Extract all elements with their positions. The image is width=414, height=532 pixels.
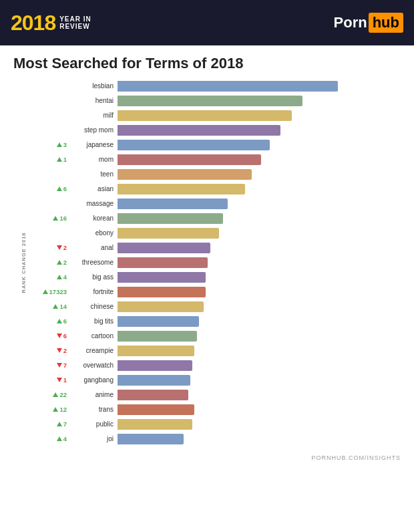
bar-area <box>118 314 401 328</box>
bar-row: 22anime <box>28 388 401 402</box>
rank-number: 14 <box>59 303 67 310</box>
triangle-down-icon <box>57 334 62 338</box>
bar <box>118 301 204 312</box>
triangle-up-icon <box>53 216 58 221</box>
bar <box>118 419 192 430</box>
bar-area <box>118 299 401 313</box>
triangle-down-icon <box>57 348 62 353</box>
term-label: anal <box>69 244 118 251</box>
triangle-up-icon <box>57 186 62 191</box>
bar-row: 1mom <box>28 152 401 166</box>
bar-area <box>118 432 401 446</box>
term-label: ebony <box>69 229 118 237</box>
bar-area <box>118 417 401 431</box>
rank-change-cell: 1 <box>28 376 69 384</box>
term-label: big ass <box>69 273 118 281</box>
rank-change-cell: 1 <box>28 156 69 163</box>
bar-row: 6cartoon <box>28 329 401 343</box>
rank-number: 2 <box>63 244 67 251</box>
rank-number: 1 <box>63 156 67 163</box>
bar <box>118 110 292 121</box>
triangle-up-icon <box>57 275 62 279</box>
rank-change-cell: 22 <box>28 391 69 398</box>
triangle-down-icon <box>57 245 62 250</box>
year-text: 2018 <box>11 11 55 35</box>
triangle-up-icon <box>57 436 62 441</box>
bar-area <box>118 79 401 93</box>
bar <box>118 81 338 92</box>
rank-number: 7 <box>63 362 67 369</box>
bar-area <box>118 270 401 284</box>
bar-row: lesbian <box>28 79 401 93</box>
rank-change-cell: 2 <box>28 347 69 354</box>
bar-area <box>118 329 401 343</box>
bar-area <box>118 344 401 358</box>
content: Most Searched for Terms of 2018 RANK CHA… <box>0 45 414 452</box>
term-label: lesbian <box>69 82 118 90</box>
bar-area <box>118 358 401 372</box>
term-label: mom <box>69 156 118 163</box>
term-label: gangbang <box>69 376 118 384</box>
term-label: massage <box>69 200 118 207</box>
rank-change-cell: 12 <box>28 406 69 413</box>
rank-change-cell: 7 <box>28 420 69 428</box>
rank-change-cell: 6 <box>28 185 69 192</box>
term-label: japanese <box>69 141 118 148</box>
rank-number: 3 <box>63 141 67 148</box>
rank-number: 2 <box>63 259 67 266</box>
rank-change-cell: 17323 <box>28 288 69 295</box>
bar-area <box>118 255 401 269</box>
footer: PORNHUB.COM/INSIGHTS <box>0 452 414 464</box>
term-label: step mom <box>69 126 118 134</box>
rank-change-cell: 14 <box>28 303 69 310</box>
bar-row: 7public <box>28 417 401 431</box>
triangle-up-icon <box>43 289 48 294</box>
rank-number: 22 <box>59 391 67 398</box>
year-sub-line1: YEAR IN <box>59 15 91 23</box>
rank-number: 7 <box>63 420 67 428</box>
bar <box>118 184 245 194</box>
bar-row: hentai <box>28 94 401 108</box>
rank-number: 1 <box>63 376 67 384</box>
bar <box>118 125 280 136</box>
page-title: Most Searched for Terms of 2018 <box>13 55 401 72</box>
term-label: overwatch <box>69 362 118 369</box>
triangle-up-icon <box>57 142 62 147</box>
triangle-up-icon <box>57 157 62 162</box>
bar-row: milf <box>28 108 401 122</box>
bar-area <box>118 182 401 196</box>
axis-label: RANK CHANGE 2018 <box>21 232 27 293</box>
triangle-down-icon <box>57 363 62 368</box>
rank-number: 2 <box>63 347 67 354</box>
term-label: fortnite <box>69 288 118 295</box>
bar-row: 2anal <box>28 241 401 255</box>
bar-row: 6big tits <box>28 314 401 328</box>
rank-change-cell: 7 <box>28 362 69 369</box>
bar-area <box>118 373 401 387</box>
triangle-up-icon <box>53 304 58 309</box>
bar-area <box>118 152 401 166</box>
term-label: creampie <box>69 347 118 354</box>
bar-area <box>118 402 401 416</box>
bar <box>118 257 208 268</box>
bar <box>118 228 219 239</box>
bar <box>118 331 197 342</box>
bar-row: 17323fortnite <box>28 285 401 299</box>
bar <box>118 140 270 150</box>
year-badge: 2018 YEAR IN REVIEW <box>11 11 91 35</box>
term-label: public <box>69 420 118 428</box>
bar <box>118 404 194 415</box>
bar <box>118 243 210 253</box>
rank-change-cell: 4 <box>28 435 69 442</box>
rank-number: 12 <box>59 406 67 413</box>
bar-row: 4big ass <box>28 270 401 284</box>
bar-row: ebony <box>28 226 401 240</box>
bar <box>118 346 194 356</box>
bar <box>118 360 192 371</box>
bar-row: 2threesome <box>28 255 401 269</box>
bar-area <box>118 167 401 181</box>
triangle-up-icon <box>57 319 62 323</box>
bar-area <box>118 388 401 402</box>
bar-row: 14chinese <box>28 299 401 313</box>
term-label: teen <box>69 170 118 178</box>
